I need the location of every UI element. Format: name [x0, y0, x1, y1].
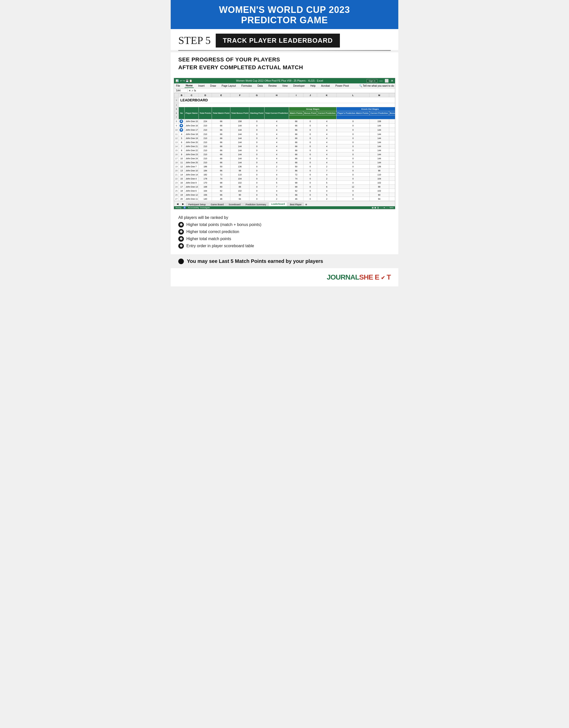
hdr-gs-bonus: Bonus Point	[304, 111, 317, 115]
ribbon-data[interactable]: Data	[256, 84, 264, 88]
hdr-gs-empty	[289, 115, 337, 119]
corner-cell	[174, 93, 179, 97]
name-16: John Doe 9	[185, 181, 199, 185]
rank-text-1: Higher total points (match + bonus point…	[186, 222, 261, 227]
tab-bestplayer[interactable]: Best Player	[288, 202, 304, 206]
col-h: H	[264, 93, 289, 97]
name-3: John Doe 17	[185, 128, 199, 132]
row-4: 4	[174, 103, 179, 107]
name-1: John Doe 15	[185, 119, 199, 124]
tab-prediction[interactable]: Prediction Summary	[243, 202, 268, 206]
ribbon-view[interactable]: View	[281, 84, 289, 88]
col-c: C	[185, 93, 199, 97]
tab-leaderboard[interactable]: Leaderboard	[269, 202, 287, 206]
rankings-intro: All players will be ranked by	[178, 215, 391, 220]
desc-line1: SEE PROGRESS OF YOUR PLAYERS	[178, 56, 391, 64]
minimize-icon[interactable]: —	[379, 79, 383, 83]
restore-icon[interactable]: ⬜	[385, 79, 389, 83]
col-j: J	[304, 93, 317, 97]
rank-badge-2: ❷	[178, 229, 184, 235]
rank-badge-1: ❶	[178, 222, 184, 227]
cell-reference[interactable]	[175, 89, 188, 93]
rank-text-2: Higher total correct prediction	[186, 230, 239, 234]
col-l: L	[336, 93, 370, 97]
ready-status: Ready	[175, 207, 181, 209]
rank-item-3: ❸ Higher total match points	[178, 236, 391, 242]
hdr-ko: Knock Out Stages	[336, 107, 395, 111]
total-2: 210	[199, 124, 212, 128]
ribbon-powerpivot[interactable]: Power Pivot	[334, 84, 350, 88]
logo-sheet: SHE E ✔ T	[359, 273, 391, 281]
logo-journal: JOURNAL	[327, 273, 359, 281]
ribbon-draw[interactable]: Draw	[209, 84, 217, 88]
tab-scoreboard[interactable]: Scoreboard	[226, 202, 243, 206]
bullet-text: You may see Last 5 Match Points earned b…	[187, 258, 323, 264]
ribbon-insert[interactable]: Insert	[197, 84, 205, 88]
excel-container: 📊 ↩ ↪ 💾 📋 Women World Cup 2022 Office Po…	[174, 78, 395, 209]
excel-icon: 📊	[175, 79, 178, 82]
rank-item-1: ❶ Higher total points (match + bonus poi…	[178, 222, 391, 227]
ribbon-file[interactable]: File	[175, 84, 181, 88]
step-section: STEP 5 TRACK PLAYER LEADERBOARD	[171, 29, 398, 50]
ribbon-review[interactable]: Review	[267, 84, 278, 88]
ribbon-formulas[interactable]: Formulas	[240, 84, 253, 88]
accessibility-icon: ♿	[183, 207, 186, 209]
correct-1: 4	[264, 119, 289, 124]
ribbon-developer[interactable]: Developer	[293, 84, 306, 88]
formula-input[interactable]	[197, 89, 394, 92]
accessibility-text: Accessibility: Investigate	[188, 207, 210, 209]
rank-item-2: ❷ Higher total correct prediction	[178, 229, 391, 235]
gs-match-1: 66	[289, 119, 304, 124]
close-icon[interactable]: ✕	[391, 79, 394, 83]
col-b: B	[179, 93, 185, 97]
ribbon-pagelayout[interactable]: Page Layout	[220, 84, 237, 88]
row-6: 6	[174, 111, 179, 115]
gs-bonus-1: 0	[304, 119, 317, 124]
col-f: F	[230, 93, 249, 97]
bonus-1: 158	[230, 119, 249, 124]
row-9-num: 9	[174, 124, 179, 128]
leaderboard-table: B C D E F G H I J K L M N O P	[174, 93, 395, 201]
ko-correct-1: 158	[370, 119, 389, 124]
col-e: E	[212, 93, 230, 97]
ribbon-help[interactable]: Help	[309, 84, 317, 88]
ribbon-home[interactable]: Home	[185, 84, 194, 88]
view-controls: ▦ ▣ ▥ ——●—— 98%	[372, 207, 394, 209]
ko-bonus-1: 0	[389, 119, 395, 124]
formula-icons: ✕ ✓ fx	[189, 89, 196, 92]
col-n: N	[389, 93, 395, 97]
tab-gameboard[interactable]: Game Board	[208, 202, 226, 206]
match-1: 66	[212, 119, 230, 124]
nav-right[interactable]: ►	[180, 202, 186, 206]
col-i: I	[289, 93, 304, 97]
step-title: TRACK PLAYER LEADERBOARD	[216, 34, 340, 48]
step-label: STEP 5	[178, 34, 211, 47]
logo: JOURNAL SHE E ✔ T	[327, 273, 391, 281]
name-7: John Doe 21	[185, 144, 199, 148]
hdr-totalmatch: Total Match Point	[212, 107, 230, 119]
hdr-gs: Group Stages	[289, 107, 337, 111]
excel-wrapper: 📊 ↩ ↪ 💾 📋 Women World Cup 2022 Office Po…	[171, 76, 398, 211]
tab-participant[interactable]: Participant Setup	[186, 202, 208, 206]
nav-left[interactable]: ◄	[175, 202, 180, 206]
excel-ribbon: File Home Insert Draw Page Layout Formul…	[174, 83, 395, 88]
rank-5: 5	[179, 136, 185, 140]
name-9: John Doe 23	[185, 152, 199, 156]
hdr-ko-bonus: Bonus Points	[389, 111, 395, 115]
bonus-2: 144	[230, 124, 249, 128]
name-5: John Doe 19	[185, 136, 199, 140]
tell-me[interactable]: 🔍 Tell me what you want to do	[359, 84, 394, 87]
ribbon-acrobat[interactable]: Acrobat	[320, 84, 331, 88]
name-15: John Doe 4	[185, 177, 199, 181]
name-17: John Doe 13	[185, 185, 199, 189]
row-5: 5	[174, 107, 179, 111]
sheet-add[interactable]: ⊕	[304, 203, 308, 206]
row-10-num: 10	[174, 128, 179, 132]
sign-in-button[interactable]: Sign in	[367, 79, 377, 83]
col-m: M	[370, 93, 389, 97]
desc-section: SEE PROGRESS OF YOUR PLAYERS AFTER EVERY…	[171, 52, 398, 76]
rank-text-4: Entry order in player scoreboard table	[186, 244, 254, 248]
hdr-totalcorrect: Total Correct Prediction	[264, 107, 289, 119]
name-12: John Doe 7	[185, 165, 199, 169]
name-18: John Doe 6	[185, 189, 199, 193]
